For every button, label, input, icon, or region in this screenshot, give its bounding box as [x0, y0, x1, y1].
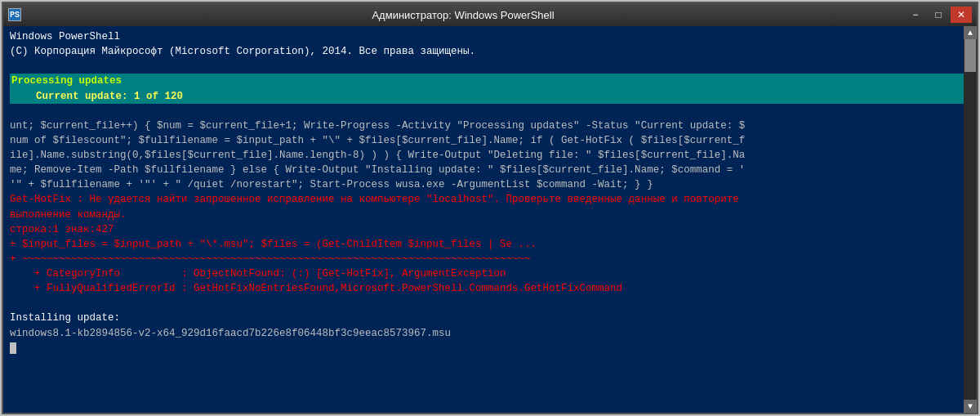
progress-activity: Processing updates: [10, 74, 970, 88]
powershell-window: PS Администратор: Windows PowerShell − □…: [2, 2, 978, 414]
progress-status: Current update: 1 of 120: [10, 89, 970, 104]
error-line-4: + $input_files = $input_path + "\*.msu";…: [10, 237, 970, 252]
installing-filename: windows8.1-kb2894856-v2-x64_929d16faacd7…: [10, 326, 970, 341]
installing-label: Installing update:: [10, 311, 970, 325]
error-line-3: строка:1 знак:427: [10, 222, 970, 237]
console-line-blank1: [10, 59, 970, 74]
scroll-up-button[interactable]: ▲: [964, 26, 977, 39]
scroll-down-button[interactable]: ▼: [964, 400, 977, 413]
console-line-blank3: [10, 296, 970, 311]
error-line-7: + FullyQualifiedErrorId : GetHotFixNoEnt…: [10, 281, 970, 296]
console-line-1: Windows PowerShell: [10, 29, 970, 44]
error-line-1: Get-HotFix : Не удается найти запрошенно…: [10, 192, 970, 207]
error-line-5: + ~~~~~~~~~~~~~~~~~~~~~~~~~~~~~~~~~~~~~~…: [10, 252, 970, 266]
console-line-2: (С) Корпорация Майкрософт (Microsoft Cor…: [10, 44, 970, 59]
close-button[interactable]: ✕: [951, 7, 972, 23]
scrollbar-track: [964, 39, 977, 400]
window-icon: PS: [8, 8, 21, 21]
minimize-button[interactable]: −: [905, 7, 926, 23]
title-bar: PS Администратор: Windows PowerShell − □…: [3, 3, 977, 26]
error-line-2: выполнение команды.: [10, 208, 970, 222]
console-line-blank2: [10, 104, 970, 119]
script-line-3: ile].Name.substring(0,$files[$current_fi…: [10, 148, 970, 163]
script-line-2: num of $filescount"; $fullfilename = $in…: [10, 133, 970, 148]
scrollbar-thumb[interactable]: [964, 39, 976, 72]
script-line-1: unt; $current_file++) { $num = $current_…: [10, 119, 970, 133]
window-controls: − □ ✕: [905, 7, 972, 23]
script-line-5: '" + $fullfilename + '"' + " /quiet /nor…: [10, 177, 970, 192]
cursor: [10, 342, 16, 354]
maximize-button[interactable]: □: [928, 7, 949, 23]
error-line-6: + CategoryInfo : ObjectNotFound: (:) [Ge…: [10, 266, 970, 281]
cursor-line: [10, 341, 970, 356]
console-area: Windows PowerShell (С) Корпорация Майкро…: [3, 26, 977, 413]
window-title: Администратор: Windows PowerShell: [21, 9, 905, 21]
script-line-4: me; Remove-Item -Path $fullfilename } el…: [10, 163, 970, 177]
scrollbar[interactable]: ▲ ▼: [964, 26, 977, 413]
